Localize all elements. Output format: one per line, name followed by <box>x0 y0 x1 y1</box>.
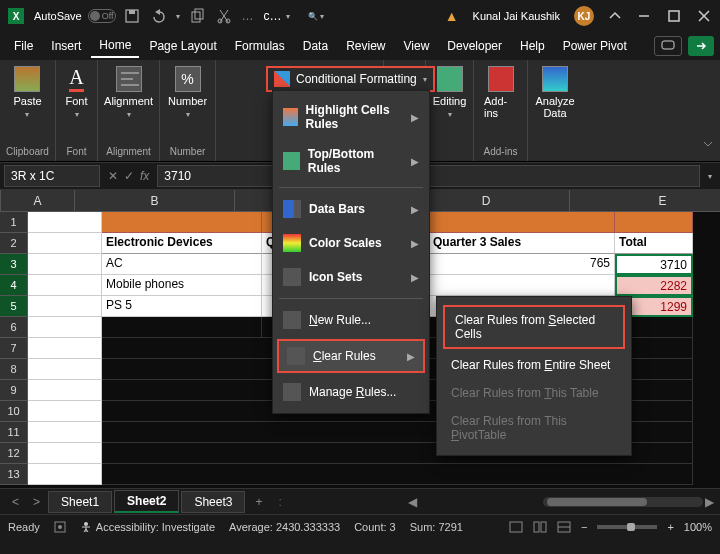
number-dropdown[interactable]: % Number ▾ <box>164 64 211 121</box>
menu-top-bottom[interactable]: Top/Bottom Rules▶ <box>273 139 429 183</box>
cell[interactable]: Mobile phones <box>102 275 262 296</box>
cell[interactable]: AC <box>102 254 262 275</box>
cell[interactable]: Quarter 3 Sales <box>429 233 615 254</box>
zoom-slider[interactable] <box>597 525 657 529</box>
menu-clear-rules[interactable]: Clear Rules▶ <box>277 339 425 373</box>
cell[interactable]: 3710 <box>615 254 693 275</box>
menu-insert[interactable]: Insert <box>43 35 89 57</box>
close-icon[interactable] <box>696 8 712 24</box>
sheet-tab[interactable]: Sheet3 <box>181 491 245 513</box>
cell[interactable]: 2282 <box>615 275 693 296</box>
menu-data-bars[interactable]: Data Bars▶ <box>273 192 429 226</box>
cell[interactable] <box>28 401 102 422</box>
tab-nav-left-icon[interactable]: < <box>6 493 25 511</box>
addins-button[interactable]: Add-ins <box>480 64 521 121</box>
horizontal-scrollbar[interactable] <box>543 497 703 507</box>
editing-dropdown[interactable]: Editing ▾ <box>429 64 471 121</box>
more-icon[interactable]: … <box>242 9 254 23</box>
cell[interactable] <box>28 275 102 296</box>
menu-home[interactable]: Home <box>91 34 139 58</box>
view-normal-icon[interactable] <box>509 521 523 533</box>
menu-color-scales[interactable]: Color Scales▶ <box>273 226 429 260</box>
cell[interactable] <box>28 296 102 317</box>
macro-record-icon[interactable] <box>54 521 66 533</box>
ribbon-chevron-icon[interactable] <box>702 138 714 150</box>
autosave-toggle[interactable]: AutoSave Off <box>34 9 114 23</box>
minimize-icon[interactable] <box>636 8 652 24</box>
cancel-edit-icon[interactable]: ✕ <box>108 169 118 183</box>
row-head[interactable]: 6 <box>0 317 28 338</box>
clear-rules-entire-sheet[interactable]: Clear Rules from Entire Sheet <box>437 351 631 379</box>
col-head-b[interactable]: B <box>75 190 235 212</box>
cell[interactable] <box>102 212 262 233</box>
menu-formulas[interactable]: Formulas <box>227 35 293 57</box>
col-head-e[interactable]: E <box>570 190 720 212</box>
cell[interactable] <box>28 317 102 338</box>
cell[interactable] <box>429 275 615 296</box>
cell[interactable] <box>28 464 102 485</box>
row-head[interactable]: 1 <box>0 212 28 233</box>
cell[interactable] <box>28 443 102 464</box>
zoom-level[interactable]: 100% <box>684 521 712 533</box>
menu-power-pivot[interactable]: Power Pivot <box>555 35 635 57</box>
cell[interactable] <box>102 464 693 485</box>
cell[interactable] <box>102 317 262 338</box>
cell[interactable] <box>28 233 102 254</box>
doc-name-dropdown[interactable]: c…▾ <box>264 9 290 23</box>
row-head[interactable]: 12 <box>0 443 28 464</box>
cell[interactable] <box>28 338 102 359</box>
menu-icon-sets[interactable]: Icon Sets▶ <box>273 260 429 294</box>
row-head[interactable]: 2 <box>0 233 28 254</box>
clear-rules-selected-cells[interactable]: Clear Rules from Selected Cells <box>443 305 625 349</box>
cell[interactable] <box>615 212 693 233</box>
warning-icon[interactable]: ▲ <box>445 8 459 24</box>
zoom-in-icon[interactable]: + <box>667 521 673 533</box>
view-page-layout-icon[interactable] <box>533 521 547 533</box>
menu-file[interactable]: File <box>6 35 41 57</box>
cell[interactable] <box>28 254 102 275</box>
row-head[interactable]: 3 <box>0 254 28 275</box>
scroll-left-icon[interactable]: ◀ <box>408 495 417 509</box>
cut-icon[interactable] <box>216 8 232 24</box>
menu-highlight-cells[interactable]: Highlight Cells Rules▶ <box>273 95 429 139</box>
share-button[interactable] <box>688 36 714 56</box>
cell[interactable]: 765 <box>429 254 615 275</box>
alignment-dropdown[interactable]: Alignment ▾ <box>100 64 157 121</box>
row-head[interactable]: 5 <box>0 296 28 317</box>
name-box[interactable]: 3R x 1C <box>4 165 100 187</box>
maximize-icon[interactable] <box>666 8 682 24</box>
cell[interactable]: PS 5 <box>102 296 262 317</box>
cell[interactable] <box>28 422 102 443</box>
save-icon[interactable] <box>124 8 140 24</box>
row-head[interactable]: 10 <box>0 401 28 422</box>
row-head[interactable]: 9 <box>0 380 28 401</box>
row-head[interactable]: 7 <box>0 338 28 359</box>
cell[interactable] <box>28 212 102 233</box>
scroll-right-icon[interactable]: ▶ <box>705 495 714 509</box>
menu-data[interactable]: Data <box>295 35 336 57</box>
menu-developer[interactable]: Developer <box>439 35 510 57</box>
add-sheet-button[interactable]: + <box>247 493 270 511</box>
confirm-edit-icon[interactable]: ✓ <box>124 169 134 183</box>
paste-button[interactable]: Paste ▾ <box>9 64 45 121</box>
view-page-break-icon[interactable] <box>557 521 571 533</box>
ribbon-collapse-icon[interactable] <box>608 9 622 23</box>
undo-icon[interactable] <box>150 8 166 24</box>
user-avatar[interactable]: KJ <box>574 6 594 26</box>
cell[interactable]: Electronic Devices <box>102 233 262 254</box>
accessibility-status[interactable]: Accessibility: Investigate <box>80 521 215 533</box>
tab-nav-right-icon[interactable]: > <box>27 493 46 511</box>
search-dropdown-icon[interactable]: 🔍 ▾ <box>308 12 324 21</box>
menu-view[interactable]: View <box>396 35 438 57</box>
menu-new-rule[interactable]: New Rule... <box>273 303 429 337</box>
sheet-tab[interactable]: Sheet2 <box>114 490 179 513</box>
copy-icon[interactable] <box>190 8 206 24</box>
menu-manage-rules[interactable]: Manage Rules... <box>273 375 429 409</box>
menu-help[interactable]: Help <box>512 35 553 57</box>
menu-page-layout[interactable]: Page Layout <box>141 35 224 57</box>
row-head[interactable]: 8 <box>0 359 28 380</box>
row-head[interactable]: 4 <box>0 275 28 296</box>
col-head-a[interactable]: A <box>1 190 75 212</box>
font-dropdown[interactable]: A Font ▾ <box>62 64 92 121</box>
chevron-down-icon[interactable]: ▾ <box>176 12 180 21</box>
